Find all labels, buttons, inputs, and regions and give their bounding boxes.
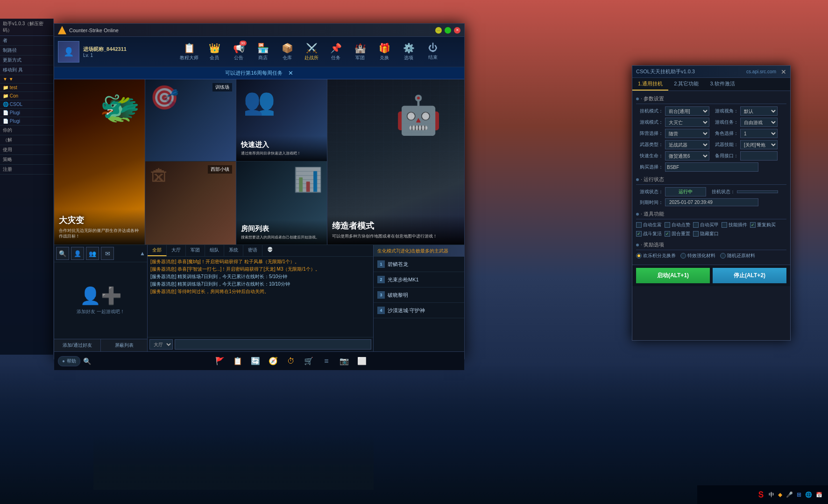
status-section: · 运行状态 游戏状态： 运行中 挂机状态： 到期时间： 2025-01-07 … xyxy=(636,175,786,206)
search-icon[interactable]: 🔍 xyxy=(83,357,91,365)
nav-task[interactable]: 📌 任务 xyxy=(324,41,348,63)
friends-search-icon[interactable]: 🔍 xyxy=(56,247,69,260)
ranked-item-3[interactable]: 3 破晓黎明 xyxy=(374,287,464,303)
chat-tab-hall[interactable]: 大厅 xyxy=(167,245,186,256)
friends-add-icon[interactable]: 👤 xyxy=(71,247,84,260)
chat-tab-system[interactable]: 系统 xyxy=(224,245,243,256)
help-toggle[interactable]: ● 帮助 xyxy=(58,356,80,366)
chat-channel-select[interactable]: 大厅 军团 组队 系统 xyxy=(149,339,173,350)
taskbar-zhong-icon[interactable]: 中 xyxy=(769,491,774,499)
start-button[interactable]: 启动(ALT+1) xyxy=(636,268,710,283)
ranked-item-2[interactable]: 2 光束步枪MK1 xyxy=(374,272,464,287)
sidebar-item-csol[interactable]: 🌐 CSOL xyxy=(0,100,53,109)
chat-message-2: [服务器消息] 恭喜[宇智波一打七...]！开启密码箱获得了[天龙] M3（无限… xyxy=(150,266,370,273)
friends-group-icon[interactable]: 👥 xyxy=(86,247,99,260)
ranked-item-1[interactable]: 1 碧鳞苍龙 xyxy=(374,257,464,272)
taskbar-calendar-icon[interactable]: 📅 xyxy=(816,492,822,498)
cb-skill-plugin[interactable]: 技能插件 xyxy=(722,222,747,228)
sidebar-item-use[interactable]: 使用 xyxy=(0,145,53,155)
toolbar-flag-icon[interactable]: 🚩 xyxy=(213,354,227,368)
nav-shop[interactable]: 🏪 商店 xyxy=(251,41,275,63)
toolbar-grid-icon[interactable]: 📋 xyxy=(231,354,245,368)
weapon-skill-select[interactable]: [关闭]弩炮 xyxy=(740,140,778,149)
sidebar-item-con[interactable]: 📁 Con xyxy=(0,92,53,100)
sidebar-item-plugi2[interactable]: 📄 Plugi xyxy=(0,117,53,126)
play-mode-select[interactable]: 大灭亡 xyxy=(665,118,709,127)
helper-tab-other[interactable]: 2.其它功能 xyxy=(668,78,704,91)
friends-chat-icon[interactable]: ✉ xyxy=(101,247,114,260)
nav-battlefield[interactable]: ⚔️ 赴战所 xyxy=(299,41,324,63)
card-disaster[interactable]: 🐲 大灾变 合作对抗无边无际的僵尸群生存并达成各种作战目标！ xyxy=(54,79,145,245)
helper-tab-general[interactable]: 1.通用挂机 xyxy=(632,78,668,91)
chat-tab-all[interactable]: 全部 xyxy=(148,245,167,256)
taskbar-windows-icon[interactable]: ⊞ xyxy=(797,491,801,498)
toolbar-compass-icon[interactable]: 🧭 xyxy=(266,354,280,368)
chat-tab-guild[interactable]: 军团 xyxy=(186,245,205,256)
card-quickjoin[interactable]: 👥 快速进入 通过推荐房间目录快速进入游戏吧！ xyxy=(236,79,327,161)
helper-close-button[interactable]: ✕ xyxy=(781,68,786,76)
weapon-select[interactable]: 近战武器 xyxy=(665,140,709,149)
close-button[interactable]: ✕ xyxy=(454,27,460,34)
chat-input[interactable] xyxy=(175,339,371,350)
nav-notice[interactable]: 📢30 公告 xyxy=(226,41,251,63)
taskbar-mic-icon[interactable]: 🎤 xyxy=(786,491,793,498)
task-select[interactable]: 自由游戏 xyxy=(740,118,778,127)
nav-quit[interactable]: ⏻ 结束 xyxy=(421,41,445,63)
rb-special-material[interactable]: 特效强化材料 xyxy=(680,252,715,259)
sidebar-item-jie[interactable]: （解 xyxy=(0,135,53,145)
hang-mode-select[interactable]: 前台[通用] xyxy=(665,106,709,116)
toolbar-camera-icon[interactable]: 📷 xyxy=(337,354,351,368)
nav-options[interactable]: ⚙️ 选项 xyxy=(396,41,421,63)
card-training[interactable]: 🎯 训练场 xyxy=(145,79,236,161)
taskbar-network-icon[interactable]: 🌐 xyxy=(805,491,812,498)
mission-close-button[interactable]: ✕ xyxy=(288,70,293,77)
cb-hide-window[interactable]: 隐藏窗口 xyxy=(693,231,719,237)
cb-auto-armor[interactable]: 自动买甲 xyxy=(693,222,719,228)
sidebar-item-policy[interactable]: 策略 xyxy=(0,155,53,165)
sidebar-item-register[interactable]: 注册 xyxy=(0,165,53,175)
cb-repeat-buy[interactable]: ✓ 重复购买 xyxy=(750,222,776,228)
backup-port-input[interactable] xyxy=(740,151,778,161)
cb-solid-reset[interactable]: ✓ 固合重置 xyxy=(665,231,690,237)
chat-tab-team[interactable]: 组队 xyxy=(205,245,224,256)
helper-tab-activate[interactable]: 3.软件激活 xyxy=(704,78,740,91)
add-friend-button[interactable]: 添加/通过好友 xyxy=(54,339,101,351)
toolbar-cart-icon[interactable]: 🛒 xyxy=(302,354,316,368)
toolbar-menu-icon[interactable]: ≡ xyxy=(319,354,333,368)
block-list-button[interactable]: 屏蔽列表 xyxy=(101,339,147,351)
toolbar-timer-icon[interactable]: ⏱ xyxy=(284,354,298,368)
buy-gun-input[interactable] xyxy=(665,162,758,172)
nav-exchange[interactable]: 🎁 兑换 xyxy=(372,41,396,63)
rb-joy-points[interactable]: 欢乐积分兑换券 xyxy=(636,252,676,259)
chat-tab-secret[interactable]: 密语 xyxy=(243,245,262,256)
card-roomlist[interactable]: 📊 房间列表 搜索想要进入的房间或者自己创建后开始游戏。 xyxy=(236,161,327,245)
toolbar-layout-icon[interactable]: ⬜ xyxy=(355,354,369,368)
nav-warehouse[interactable]: 📦 仓库 xyxy=(275,41,299,63)
sidebar-item-ni[interactable]: 你的 xyxy=(0,126,53,135)
friends-expand-btn[interactable]: ▲ xyxy=(140,250,145,257)
nav-guild[interactable]: 🏰 军团 xyxy=(348,41,372,63)
camp-select[interactable]: 随营 xyxy=(665,129,709,138)
role-select[interactable]: 1 xyxy=(740,129,778,138)
cb-auto-rich[interactable]: 自动生富 xyxy=(636,222,662,228)
ranked-name-3: 破晓黎明 xyxy=(388,292,408,299)
respawn-select[interactable]: 微贸通黑6 xyxy=(665,151,709,161)
card-west[interactable]: 🏚 西部小镇 xyxy=(145,161,236,245)
game-view-select[interactable]: 默认 xyxy=(740,106,778,116)
sidebar-item-plugi1[interactable]: 📄 Plugi xyxy=(0,109,53,117)
nav-tutorial[interactable]: 📋 教程大师 xyxy=(176,41,202,63)
sidebar-item-test[interactable]: 📁 test xyxy=(0,84,53,92)
cb-auto-like[interactable]: 自动点赞 xyxy=(665,222,690,228)
taskbar-diamond-icon[interactable]: ◆ xyxy=(778,491,782,498)
maximize-button[interactable] xyxy=(445,27,451,34)
card-creator[interactable]: 🤖 缔造者模式 可以使用多种方块创作地图或者在创意地图中进行游戏！ xyxy=(327,79,464,245)
minimize-button[interactable]: — xyxy=(435,27,442,34)
chat-tab-skull[interactable]: 💀 xyxy=(262,245,277,256)
ranked-item-4[interactable]: 4 沙漠迷城·守护神 xyxy=(374,303,464,318)
toolbar-refresh-icon[interactable]: 🔄 xyxy=(248,354,262,368)
rb-random-material[interactable]: 随机还原材料 xyxy=(720,252,755,259)
stop-button[interactable]: 停止(ALT+2) xyxy=(713,268,786,283)
card-disaster-title: 大灾变 xyxy=(59,215,140,226)
nav-member[interactable]: 👑 会员 xyxy=(202,41,226,63)
cb-battle-revive[interactable]: ✓ 战斗复活 xyxy=(636,231,662,237)
